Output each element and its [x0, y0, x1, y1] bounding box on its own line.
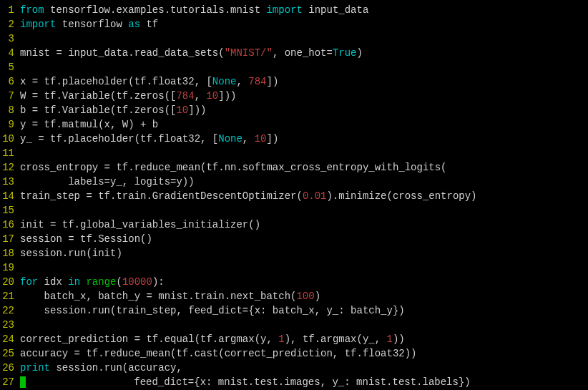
- code-line[interactable]: 9y = tf.matmul(x, W) + b: [0, 117, 588, 132]
- code-content[interactable]: session.run(train_step, feed_dict={x: ba…: [20, 303, 588, 318]
- code-line[interactable]: 3: [0, 31, 588, 46]
- code-line[interactable]: 24correct_prediction = tf.equal(tf.argma…: [0, 332, 588, 346]
- token-str: "MNIST/": [225, 47, 273, 59]
- code-line[interactable]: 11: [0, 146, 588, 160]
- code-editor[interactable]: 1from tensorflow.examples.tutorials.mnis…: [0, 3, 588, 389]
- token-kw: for: [20, 276, 38, 288]
- code-content[interactable]: for idx in range(10000):: [20, 275, 588, 289]
- code-content[interactable]: feed_dict={x: mnist.test.images, y_: mni…: [20, 375, 588, 389]
- code-line[interactable]: 16init = tf.global_variables_initializer…: [0, 218, 588, 232]
- code-content[interactable]: [20, 146, 588, 160]
- token-ident: y = tf.matmul(x, W) + b: [20, 119, 158, 130]
- code-content[interactable]: W = tf.Variable(tf.zeros([784, 10])): [20, 89, 588, 103]
- token-ident: ,: [236, 76, 248, 87]
- token-ident: ): [315, 291, 320, 302]
- token-ident: ])): [188, 104, 206, 116]
- token-kw: None: [218, 133, 242, 145]
- code-content[interactable]: session = tf.Session(): [20, 232, 588, 246]
- token-ident: train_step = tf.train.GradientDescentOpt…: [20, 190, 303, 202]
- token-ident: ,: [242, 133, 255, 145]
- token-ident: ])): [218, 90, 236, 102]
- token-ident: cross_entropy = tf.reduce_mean(tf.nn.sof…: [20, 162, 447, 173]
- code-content[interactable]: y_ = tf.placeholder(tf.float32, [None, 1…: [20, 132, 588, 146]
- token-ident: tensorflow: [56, 19, 128, 30]
- token-ident: session.run(train_step, feed_dict={x: ba…: [20, 305, 405, 316]
- line-number: 22: [0, 303, 20, 318]
- code-content[interactable]: x = tf.placeholder(tf.float32, [None, 78…: [20, 74, 588, 89]
- code-content[interactable]: y = tf.matmul(x, W) + b: [20, 117, 588, 132]
- code-line[interactable]: 1from tensorflow.examples.tutorials.mnis…: [0, 3, 588, 17]
- code-content[interactable]: labels=y_, logits=y)): [20, 175, 588, 189]
- code-content[interactable]: [20, 60, 588, 74]
- token-num: 10: [176, 104, 188, 116]
- line-number: 2: [0, 17, 20, 31]
- token-num: 1: [387, 333, 393, 345]
- token-ident: labels=y_, logits=y)): [20, 176, 195, 187]
- code-content[interactable]: accuracy = tf.reduce_mean(tf.cast(correc…: [20, 346, 588, 361]
- code-content[interactable]: batch_x, batch_y = mnist.train.next_batc…: [20, 289, 588, 303]
- code-line[interactable]: 26print session.run(accuracy,: [0, 361, 588, 375]
- code-line[interactable]: 27 feed_dict={x: mnist.test.images, y_: …: [0, 375, 588, 389]
- token-ident: idx: [38, 276, 68, 288]
- line-number: 1: [0, 3, 20, 17]
- token-num: 10: [255, 133, 267, 145]
- code-line[interactable]: 2import tensorflow as tf: [0, 17, 588, 31]
- code-content[interactable]: from tensorflow.examples.tutorials.mnist…: [20, 3, 588, 17]
- code-content[interactable]: import tensorflow as tf: [20, 17, 588, 31]
- code-content[interactable]: mnist = input_data.read_data_sets("MNIST…: [20, 46, 588, 60]
- token-num: 10: [206, 90, 218, 102]
- code-content[interactable]: [20, 318, 588, 332]
- code-content[interactable]: b = tf.Variable(tf.zeros([10])): [20, 103, 588, 117]
- code-content[interactable]: cross_entropy = tf.reduce_mean(tf.nn.sof…: [20, 160, 588, 175]
- token-kw: from: [20, 4, 44, 16]
- token-num: 10000: [122, 276, 152, 288]
- code-line[interactable]: 8b = tf.Variable(tf.zeros([10])): [0, 103, 588, 117]
- token-num: 784: [176, 90, 194, 102]
- code-content[interactable]: init = tf.global_variables_initializer(): [20, 218, 588, 232]
- line-number: 27: [0, 375, 20, 389]
- code-line[interactable]: 5: [0, 60, 588, 74]
- code-line[interactable]: 12cross_entropy = tf.reduce_mean(tf.nn.s…: [0, 160, 588, 175]
- line-number: 24: [0, 332, 20, 346]
- line-number: 4: [0, 46, 20, 60]
- token-ident: batch_x, batch_y = mnist.train.next_batc…: [20, 291, 296, 302]
- line-number: 10: [0, 132, 20, 146]
- code-line[interactable]: 14train_step = tf.train.GradientDescentO…: [0, 189, 588, 203]
- code-line[interactable]: 6x = tf.placeholder(tf.float32, [None, 7…: [0, 74, 588, 89]
- token-kw: import: [266, 4, 302, 16]
- code-content[interactable]: session.run(init): [20, 246, 588, 260]
- token-ident: tf: [140, 19, 158, 30]
- line-number: 18: [0, 246, 20, 260]
- token-ident: session.run(init): [20, 248, 122, 259]
- code-line[interactable]: 13 labels=y_, logits=y)): [0, 175, 588, 189]
- token-num: 0.01: [303, 190, 327, 202]
- code-content[interactable]: [20, 203, 588, 218]
- code-content[interactable]: [20, 31, 588, 46]
- line-number: 14: [0, 189, 20, 203]
- line-number: 21: [0, 289, 20, 303]
- code-line[interactable]: 15: [0, 203, 588, 218]
- line-number: 13: [0, 175, 20, 189]
- line-number: 5: [0, 60, 20, 74]
- token-ident: (: [116, 276, 122, 288]
- code-line[interactable]: 25accuracy = tf.reduce_mean(tf.cast(corr…: [0, 346, 588, 361]
- code-content[interactable]: [20, 260, 588, 275]
- token-ident: ), tf.argmax(y_,: [285, 333, 387, 345]
- code-line[interactable]: 17session = tf.Session(): [0, 232, 588, 246]
- code-content[interactable]: print session.run(accuracy,: [20, 361, 588, 375]
- code-line[interactable]: 22 session.run(train_step, feed_dict={x:…: [0, 303, 588, 318]
- code-line[interactable]: 7W = tf.Variable(tf.zeros([784, 10])): [0, 89, 588, 103]
- code-line[interactable]: 21 batch_x, batch_y = mnist.train.next_b…: [0, 289, 588, 303]
- token-ident: input_data: [303, 4, 368, 16]
- code-line[interactable]: 4mnist = input_data.read_data_sets("MNIS…: [0, 46, 588, 60]
- code-line[interactable]: 19: [0, 260, 588, 275]
- token-kw: None: [212, 76, 237, 87]
- cursor: [20, 376, 26, 388]
- line-number: 12: [0, 160, 20, 175]
- code-line[interactable]: 23: [0, 318, 588, 332]
- code-line[interactable]: 20for idx in range(10000):: [0, 275, 588, 289]
- code-content[interactable]: correct_prediction = tf.equal(tf.argmax(…: [20, 332, 588, 346]
- code-line[interactable]: 18session.run(init): [0, 246, 588, 260]
- code-content[interactable]: train_step = tf.train.GradientDescentOpt…: [20, 189, 588, 203]
- code-line[interactable]: 10y_ = tf.placeholder(tf.float32, [None,…: [0, 132, 588, 146]
